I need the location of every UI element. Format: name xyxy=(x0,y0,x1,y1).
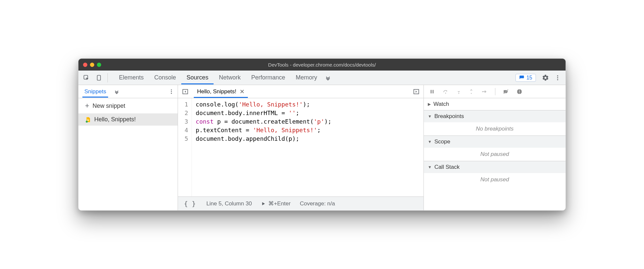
plus-icon: + xyxy=(85,102,89,110)
maximize-window-button[interactable] xyxy=(97,63,101,67)
inspect-element-icon[interactable] xyxy=(82,73,91,82)
step-icon[interactable] xyxy=(480,87,489,96)
svg-rect-1 xyxy=(97,75,101,80)
code-content[interactable]: console.log('Hello, Snippets!');document… xyxy=(192,98,336,196)
svg-rect-14 xyxy=(433,90,434,93)
editor-pane: Hello, Snippets! ✕ 12345 console.log('He… xyxy=(178,85,424,210)
traffic-lights xyxy=(83,63,101,67)
pause-icon[interactable] xyxy=(428,87,436,96)
watch-section: ▶ Watch xyxy=(424,98,566,110)
breakpoints-header[interactable]: ▼ Breakpoints xyxy=(424,110,566,122)
breakpoints-section: ▼ Breakpoints No breakpoints xyxy=(424,110,566,136)
svg-point-17 xyxy=(471,93,472,94)
devtools-window: DevTools - developer.chrome.com/docs/dev… xyxy=(78,58,566,211)
sidebar-more-tabs-button[interactable] xyxy=(111,89,122,94)
main-tab-network[interactable]: Network xyxy=(214,71,246,84)
code-editor[interactable]: 12345 console.log('Hello, Snippets!');do… xyxy=(178,98,424,196)
svg-point-9 xyxy=(86,121,88,123)
navigator-sidebar: Snippets + New snippet Hell xyxy=(78,85,178,210)
scope-section: ▼ Scope Not paused xyxy=(424,136,566,161)
expand-triangle-icon: ▼ xyxy=(428,114,432,119)
navigator-toggle-right-icon[interactable] xyxy=(412,87,421,96)
pause-on-exceptions-icon[interactable] xyxy=(515,87,524,96)
main-tab-sources[interactable]: Sources xyxy=(181,71,214,84)
window-titlebar: DevTools - developer.chrome.com/docs/dev… xyxy=(78,59,566,71)
svg-point-18 xyxy=(482,91,483,92)
scope-header[interactable]: ▼ Scope xyxy=(424,136,566,148)
step-into-icon[interactable] xyxy=(455,87,463,96)
editor-tab[interactable]: Hello, Snippets! ✕ xyxy=(194,85,248,98)
close-tab-icon[interactable]: ✕ xyxy=(240,88,245,95)
callstack-empty: Not paused xyxy=(424,173,566,186)
main-tabstrip: ElementsConsoleSourcesNetworkPerformance… xyxy=(78,71,566,85)
scope-label: Scope xyxy=(434,138,450,145)
expand-triangle-icon: ▼ xyxy=(428,139,432,144)
svg-point-15 xyxy=(445,93,446,94)
svg-point-3 xyxy=(557,77,558,78)
debugger-panel: ▶ Watch ▼ Breakpoints No breakpoints ▼ S… xyxy=(424,85,566,210)
breakpoints-empty: No breakpoints xyxy=(424,122,566,135)
svg-rect-22 xyxy=(519,90,520,92)
close-window-button[interactable] xyxy=(83,63,87,67)
device-toggle-icon[interactable] xyxy=(94,73,103,82)
svg-point-16 xyxy=(458,93,459,94)
pretty-print-icon[interactable]: { } xyxy=(183,198,197,209)
sidebar-kebab-icon[interactable] xyxy=(167,87,176,96)
issues-counter[interactable]: 15 xyxy=(515,74,536,82)
new-snippet-label: New snippet xyxy=(93,103,125,109)
new-snippet-button[interactable]: + New snippet xyxy=(78,98,178,113)
step-over-icon[interactable] xyxy=(441,87,450,96)
issues-icon xyxy=(519,75,524,80)
play-icon xyxy=(261,201,266,206)
watch-label: Watch xyxy=(433,101,449,107)
navigator-toggle-left-icon[interactable] xyxy=(181,87,190,96)
run-snippet-button[interactable]: ⌘+Enter xyxy=(261,200,291,207)
settings-icon[interactable] xyxy=(541,73,550,83)
watch-header[interactable]: ▶ Watch xyxy=(424,98,566,110)
snippet-item-label: Hello, Snippets! xyxy=(94,116,136,123)
kebab-menu-icon[interactable] xyxy=(553,73,562,82)
expand-triangle-icon: ▼ xyxy=(428,165,432,169)
breakpoints-label: Breakpoints xyxy=(434,113,464,120)
editor-status-bar: { } Line 5, Column 30 ⌘+Enter Coverage: … xyxy=(178,196,424,210)
debugger-toolbar xyxy=(424,85,566,98)
svg-point-2 xyxy=(557,75,558,76)
sidebar-tab-snippets[interactable]: Snippets xyxy=(82,86,108,98)
run-shortcut-label: ⌘+Enter xyxy=(268,200,291,207)
svg-point-4 xyxy=(557,79,558,80)
callstack-section: ▼ Call Stack Not paused xyxy=(424,161,566,186)
main-tab-memory[interactable]: Memory xyxy=(290,71,322,84)
coverage-label: Coverage: n/a xyxy=(300,200,335,207)
callstack-header[interactable]: ▼ Call Stack xyxy=(424,161,566,173)
cursor-position: Line 5, Column 30 xyxy=(206,200,252,207)
main-tab-performance[interactable]: Performance xyxy=(246,71,290,84)
more-tabs-button[interactable] xyxy=(322,75,334,81)
collapse-triangle-icon: ▶ xyxy=(428,102,431,106)
snippet-item[interactable]: Hello, Snippets! xyxy=(78,113,178,126)
svg-rect-13 xyxy=(431,90,432,93)
deactivate-breakpoints-icon[interactable] xyxy=(501,87,511,96)
main-tab-console[interactable]: Console xyxy=(149,71,181,84)
svg-rect-23 xyxy=(519,93,520,93)
issues-count: 15 xyxy=(526,75,532,81)
svg-point-7 xyxy=(171,93,172,94)
snippet-file-icon xyxy=(85,116,91,123)
main-tab-elements[interactable]: Elements xyxy=(114,71,149,84)
svg-point-5 xyxy=(171,89,172,90)
window-title: DevTools - developer.chrome.com/docs/dev… xyxy=(78,62,566,68)
svg-point-6 xyxy=(171,91,172,92)
scope-empty: Not paused xyxy=(424,148,566,161)
step-out-icon[interactable] xyxy=(467,87,475,96)
minimize-window-button[interactable] xyxy=(90,63,94,67)
svg-marker-12 xyxy=(262,202,265,205)
line-gutter: 12345 xyxy=(178,98,192,196)
editor-tab-title: Hello, Snippets! xyxy=(197,88,236,95)
callstack-label: Call Stack xyxy=(434,164,460,170)
